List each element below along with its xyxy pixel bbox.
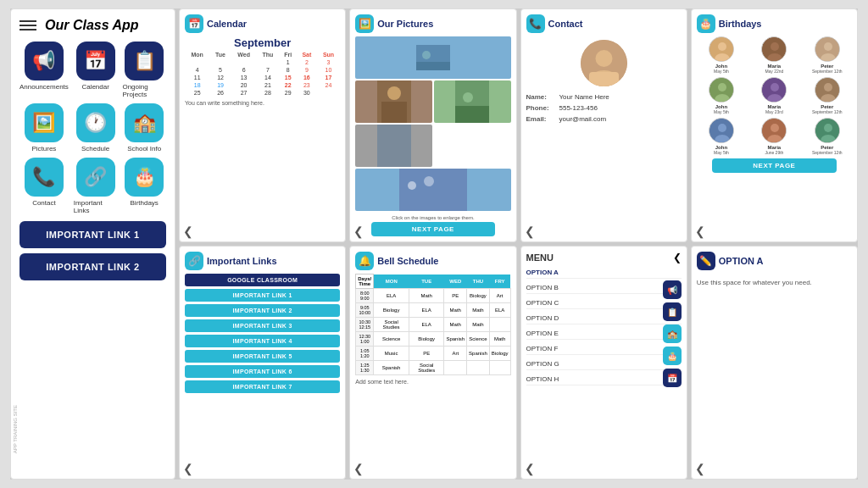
picture-item[interactable]	[434, 80, 511, 123]
menu-icon-2: 📋	[663, 302, 682, 321]
picture-item[interactable]	[355, 125, 432, 167]
svg-rect-5	[381, 102, 407, 123]
menu-option-f[interactable]: OPTION F	[526, 343, 682, 355]
menu-option-c[interactable]: OPTION C	[526, 297, 682, 309]
option-a-panel: ✏️ OPTION A Use this space for whatever …	[691, 246, 858, 480]
link-7[interactable]: IMPORTANT LINK 7	[185, 380, 340, 393]
pictures-grid	[355, 36, 510, 214]
svg-point-42	[824, 124, 832, 132]
app-title: Our Class App	[45, 18, 139, 33]
svg-point-39	[771, 124, 779, 132]
svg-point-12	[424, 176, 434, 186]
menu-option-h[interactable]: OPTION H	[526, 374, 682, 385]
svg-point-33	[824, 83, 832, 92]
icon-announcements[interactable]: 📢 Announcements	[19, 42, 69, 98]
birthdays-panel-icon: 🎂	[697, 14, 715, 33]
svg-rect-10	[399, 169, 467, 211]
ongoing-projects-icon-box: 📋	[125, 42, 164, 80]
menu-close-icon[interactable]: ❮	[673, 252, 682, 263]
calendar-nav-left[interactable]: ❮	[183, 225, 193, 238]
menu-panel: MENU ❮ OPTION A OPTION B OPTION C OPTION…	[520, 246, 687, 480]
important-link-1-button[interactable]: IMPORTANT LINK 1	[19, 221, 166, 248]
link-5[interactable]: IMPORTANT LINK 5	[185, 350, 340, 363]
icon-schedule[interactable]: 🕐 Schedule	[74, 103, 118, 152]
bell-schedule-header: 🔔 Bell Schedule	[355, 252, 510, 270]
schedule-nav-left[interactable]: ❮	[353, 462, 364, 475]
contact-panel-title: Contact	[548, 19, 583, 29]
menu-nav-left[interactable]: ❮	[525, 462, 535, 475]
link-2[interactable]: IMPORTANT LINK 2	[185, 304, 340, 317]
calendar-icon-box: 📅	[76, 42, 115, 80]
birthdays-next-page[interactable]: NEXT PAGE	[712, 158, 837, 173]
important-links-header: 🔗 Important Links	[185, 252, 340, 270]
watermark: APP TRAINING SITE	[13, 405, 18, 453]
link-3[interactable]: IMPORTANT LINK 3	[185, 319, 340, 332]
svg-rect-2	[416, 62, 450, 70]
link-1[interactable]: IMPORTANT LINK 1	[185, 289, 340, 302]
link-4[interactable]: IMPORTANT LINK 4	[185, 335, 340, 347]
calendar-panel: 📅 Calendar September Mon Tue Wed Thu Fri…	[179, 8, 346, 242]
option-a-nav-left[interactable]: ❮	[695, 462, 705, 475]
svg-rect-7	[455, 106, 489, 123]
contact-panel: 📞 Contact Name: Your Name Here Phone:	[520, 8, 687, 242]
picture-item[interactable]	[355, 36, 510, 79]
important-link-2-button[interactable]: IMPORTANT LINK 2	[19, 253, 166, 280]
svg-point-1	[422, 51, 431, 59]
important-links-panel-icon: 🔗	[185, 252, 203, 270]
svg-point-8	[463, 92, 473, 103]
pictures-panel-icon: 🖼️	[355, 14, 374, 33]
menu-side-icons: 📢 📋 🏫 🎂 📅	[663, 280, 682, 387]
birthday-item: Peter September 12th	[803, 77, 852, 114]
contact-info: Name: Your Name Here Phone: 555-123-456 …	[526, 93, 682, 126]
birthdays-icon-box: 🎂	[125, 158, 164, 197]
icon-pictures[interactable]: 🖼️ Pictures	[19, 103, 69, 152]
menu-option-b[interactable]: OPTION B	[526, 282, 682, 294]
menu-option-e[interactable]: OPTION E	[526, 328, 682, 340]
announcements-icon-box: 📢	[25, 42, 64, 80]
picture-item[interactable]	[355, 80, 432, 123]
menu-option-d[interactable]: OPTION D	[526, 313, 682, 324]
menu-label: MENU	[526, 252, 554, 263]
important-links-nav-left[interactable]: ❮	[183, 462, 193, 475]
svg-point-30	[771, 83, 779, 92]
icon-calendar[interactable]: 📅 Calendar	[74, 42, 118, 98]
icon-ongoing-projects[interactable]: 📋 Ongoing Projects	[122, 42, 166, 98]
birthday-grid: John May 5th Maria May 22nd Peter Septem…	[697, 36, 852, 155]
birthday-item: John May 5th	[697, 36, 746, 74]
bell-schedule-panel-icon: 🔔	[355, 252, 374, 270]
contact-icon-box: 📞	[25, 158, 64, 197]
right-panels: 📅 Calendar September Mon Tue Wed Thu Fri…	[179, 8, 858, 480]
bell-schedule-panel: 🔔 Bell Schedule Days/Time MON TUE WED TH…	[349, 246, 516, 480]
picture-item[interactable]	[355, 169, 510, 211]
link-google-classroom[interactable]: GOOGLE CLASSROOM	[185, 274, 340, 286]
menu-icon-1: 📢	[663, 280, 682, 299]
important-links-list: GOOGLE CLASSROOM IMPORTANT LINK 1 IMPORT…	[185, 274, 340, 474]
calendar-month: September	[185, 36, 340, 49]
hamburger-menu[interactable]	[19, 20, 36, 30]
birthday-item: Peter September 12th	[803, 36, 852, 74]
menu-option-a[interactable]: OPTION A	[526, 267, 682, 279]
pictures-header: 🖼️ Our Pictures	[355, 14, 510, 33]
icon-school-info[interactable]: 🏫 School Info	[122, 103, 166, 152]
menu-options: OPTION A OPTION B OPTION C OPTION D OPTI…	[526, 267, 682, 385]
birthdays-panel-title: Birthdays	[719, 19, 762, 29]
birthdays-nav-left[interactable]: ❮	[695, 225, 705, 238]
pictures-nav-left[interactable]: ❮	[353, 225, 364, 238]
menu-option-g[interactable]: OPTION G	[526, 358, 682, 370]
icon-contact[interactable]: 📞 Contact	[19, 158, 69, 214]
menu-icon-3: 🏫	[663, 324, 682, 343]
contact-phone-field: Phone: 555-123-456	[526, 104, 682, 112]
app-panel: Our Class App 📢 Announcements 📅 Calendar…	[10, 8, 175, 480]
icon-important-links[interactable]: 🔗 Important Links	[74, 158, 118, 214]
icon-birthdays[interactable]: 🎂 Birthdays	[122, 158, 166, 214]
birthday-item: Maria May 22nd	[749, 36, 798, 74]
pictures-panel-title: Our Pictures	[377, 19, 433, 29]
schedule-note: Add some text here.	[355, 379, 510, 385]
calendar-panel-title: Calendar	[207, 19, 247, 29]
pictures-next-page[interactable]: NEXT PAGE	[371, 222, 496, 236]
link-6[interactable]: IMPORTANT LINK 6	[185, 365, 340, 378]
contact-nav-left[interactable]: ❮	[525, 225, 535, 238]
school-info-icon-box: 🏫	[125, 103, 164, 142]
contact-avatar	[581, 40, 627, 86]
contact-header: 📞 Contact	[526, 14, 682, 33]
